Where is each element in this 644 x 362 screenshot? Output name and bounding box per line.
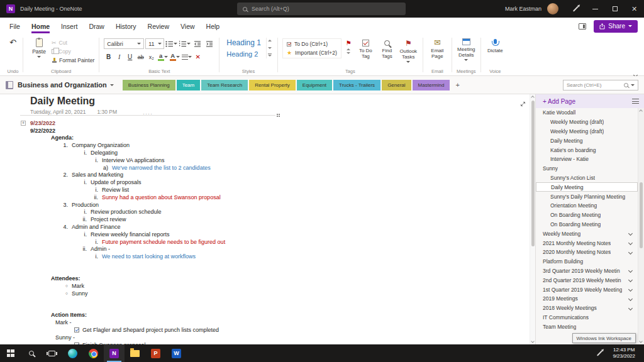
outline-line[interactable]: Get Flagler and Shepard project punch li… [20, 326, 275, 334]
page-list-scrollbar-thumb[interactable] [640, 182, 643, 248]
windows-ink-button[interactable] [590, 344, 609, 362]
onenote-icon[interactable]: N [104, 344, 125, 362]
tag-item-to-do-ctrl-1[interactable]: To Do (Ctrl+1) [287, 41, 337, 47]
page-list-item-sunny-s-daily-planning-meeting[interactable]: Sunny's Daily Planning Meeting [536, 192, 638, 201]
cut-button[interactable]: ✂Cut [52, 38, 94, 47]
numbered-list-button[interactable] [179, 38, 191, 49]
outline-line[interactable]: ii.Project review [20, 216, 275, 223]
outline-line[interactable]: ○Mark [20, 282, 275, 290]
styles-scroll-up-button[interactable] [268, 40, 272, 41]
email-page-button[interactable]: ✉ Email Page [428, 37, 447, 59]
page-list-item-daily-meeting[interactable]: Daily Meeting [536, 182, 638, 192]
menu-item-help[interactable]: Help [201, 18, 226, 35]
tag-item-important-ctrl-2[interactable]: ★Important (Ctrl+2) [287, 50, 337, 56]
chevron-down-icon[interactable] [628, 250, 633, 255]
page-list-item-on-boarding-meeting[interactable]: On Boarding Meeting [536, 211, 638, 220]
page-list-item-2019-meetings[interactable]: 2019 Meetings [536, 294, 638, 304]
menu-item-insert[interactable]: Insert [55, 18, 83, 35]
section-tab-rental-property[interactable]: Rental Property [249, 80, 296, 90]
copy-button[interactable]: Copy [52, 47, 94, 55]
page-list-item-2018-weekly-meetings[interactable]: 2018 Weekly Meetings [536, 304, 638, 313]
full-page-view-button[interactable] [519, 99, 527, 106]
decrease-indent-button[interactable] [192, 38, 203, 49]
tags-scroll-down-button[interactable] [347, 52, 350, 54]
page-list-item-sunny[interactable]: Sunny [536, 164, 638, 173]
style-item-heading-1[interactable]: Heading 1 [226, 38, 261, 47]
outline-line[interactable]: a)We've narrowed the list to 2 candidate… [20, 164, 275, 172]
outline-line[interactable]: ii.Sunny had a question about Swanson pr… [20, 194, 275, 201]
close-button[interactable]: ✕ [625, 0, 644, 18]
menu-item-view[interactable]: View [175, 18, 201, 35]
style-item-heading-2[interactable]: Heading 2 [226, 50, 261, 58]
meeting-details-button[interactable]: Meeting Details [457, 37, 476, 61]
outline-line[interactable]: 3.Production [20, 201, 275, 209]
paste-button[interactable]: Paste [28, 37, 50, 58]
powerpoint-icon[interactable]: P [145, 344, 166, 362]
italic-button[interactable]: I [114, 52, 124, 62]
chevron-down-icon[interactable] [628, 306, 633, 310]
share-button[interactable]: Share [594, 20, 638, 33]
outline-line[interactable]: Agenda: [20, 134, 275, 142]
page-title[interactable]: Daily Meeting [30, 96, 95, 107]
note-outline[interactable]: ···· +9/23/20229/22/2022Agenda:1.Company… [20, 115, 275, 344]
to-do-tag-button[interactable]: To Do Tag [356, 38, 375, 59]
clear-formatting-button[interactable]: ✕ [193, 52, 203, 62]
sort-pages-icon[interactable] [632, 99, 639, 104]
outline-line[interactable]: i.Future payment schedule needs to be fi… [20, 238, 275, 246]
global-search-box[interactable]: Search (Alt+Q) [237, 3, 406, 15]
page-list-item-team-meeting[interactable]: Team Meeting [536, 322, 638, 331]
page-list-item-it-communications[interactable]: IT Communications [536, 313, 638, 322]
outline-line[interactable]: i.We need to start looking at workflows [20, 253, 275, 260]
maximize-button[interactable] [605, 0, 625, 18]
outline-line[interactable]: ii.Admin - [20, 246, 275, 253]
collapse-ribbon-button[interactable] [634, 68, 638, 72]
editor-scrollbar-thumb[interactable] [531, 101, 535, 246]
start-button[interactable] [0, 344, 21, 362]
underline-button[interactable]: U [125, 52, 135, 62]
dictate-button[interactable]: Dictate [486, 37, 505, 53]
outline-line[interactable]: Mark - [20, 319, 275, 326]
tags-scroll-up-button[interactable] [347, 48, 350, 50]
format-painter-button[interactable]: Format Painter [52, 56, 94, 64]
page-list-item-weekly-meeting-draft[interactable]: Weekly Meeting (draft) [536, 118, 638, 127]
chevron-down-icon[interactable] [628, 278, 633, 282]
outline-line[interactable]: i.Review list [20, 186, 275, 194]
file-explorer-icon[interactable] [125, 344, 145, 362]
page-list-item-2021-monthly-meeting-notes[interactable]: 2021 Monthly Meeting Notes [536, 238, 638, 248]
outline-line[interactable]: i.Review production schedule [20, 209, 275, 216]
chevron-down-icon[interactable] [628, 297, 633, 301]
increase-indent-button[interactable] [204, 38, 214, 49]
outline-move-handle[interactable]: ···· [143, 111, 153, 117]
page-list-scrollbar[interactable] [638, 108, 644, 344]
outline-line[interactable]: Action Items: [20, 312, 275, 319]
highlight-button[interactable]: a [157, 52, 168, 62]
menu-item-home[interactable]: Home [26, 18, 55, 35]
expand-toggle-icon[interactable]: + [21, 121, 26, 126]
search-button[interactable] [21, 344, 42, 362]
outline-line[interactable]: +9/23/2022 [20, 119, 275, 127]
section-tab-trucks-trailers[interactable]: Trucks - Trailers [333, 80, 380, 90]
edge-icon[interactable] [62, 344, 83, 362]
outline-line[interactable]: i.Update of proposals [20, 178, 275, 186]
chevron-down-icon[interactable] [628, 231, 633, 236]
menu-item-draw[interactable]: Draw [83, 18, 110, 35]
page-list-item-katie-woodall[interactable]: Katie Woodall [536, 108, 638, 118]
taskbar-clock[interactable]: 12:43 PM 9/23/2022 [609, 347, 641, 360]
font-size-select[interactable]: 11 [145, 38, 164, 49]
outline-line[interactable]: 9/22/2022 [20, 127, 275, 134]
notebook-dropdown-icon[interactable] [110, 84, 114, 86]
styles-more-button[interactable] [268, 55, 272, 57]
subscript-button[interactable]: x₂ [147, 52, 156, 62]
outline-line[interactable]: Sunny - [20, 334, 275, 341]
font-color-button[interactable]: A [169, 52, 180, 62]
bullet-list-button[interactable] [165, 38, 177, 49]
menu-item-history[interactable]: History [110, 18, 142, 35]
minimize-button[interactable] [586, 0, 605, 18]
outline-line[interactable]: 2.Sales and Marketing [20, 172, 275, 179]
page-list-item-3rd-quarter-2019-weekly-meetin[interactable]: 3rd Quarter 2019 Weekly Meetin [536, 266, 638, 276]
undo-button[interactable]: ↶ [8, 37, 18, 48]
page-list-item-katie-s-on-boarding[interactable]: Katie's on boarding [536, 145, 638, 155]
page-list-item-interview-katie[interactable]: Interview - Katie [536, 155, 638, 164]
page-list-item-orientation-meeting[interactable]: Orientation Meeting [536, 201, 638, 211]
menu-item-review[interactable]: Review [142, 18, 175, 35]
